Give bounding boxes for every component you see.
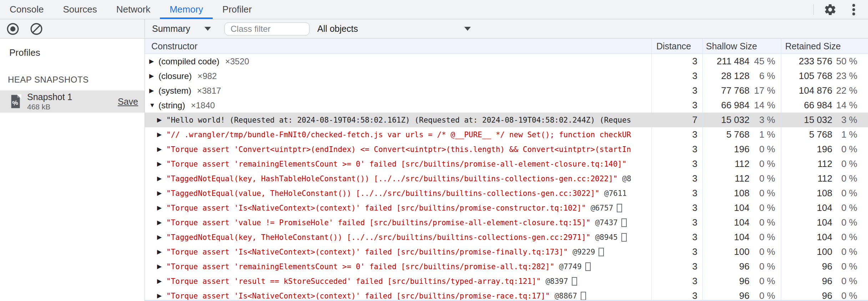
expander-icon[interactable]: ▶: [157, 131, 166, 138]
perspective-select-label: Summary: [152, 24, 190, 34]
constructor-name: (closure): [158, 71, 192, 81]
constructor-cell[interactable]: ▶ "Torque assert 'result == kStoreSucced…: [145, 277, 651, 286]
shallow-size-percent: 45 %: [750, 56, 781, 67]
column-header-constructor[interactable]: Constructor: [145, 41, 651, 51]
expander-icon[interactable]: ▶: [157, 116, 166, 124]
expander-icon[interactable]: ▶: [157, 263, 166, 270]
constructor-cell[interactable]: ▶ "Torque assert 'Is<NativeContext>(cont…: [145, 292, 651, 300]
table-row[interactable]: ▶ (system) ×3817 3 77 768 17 % 104 876 2…: [145, 83, 868, 98]
object-scope-select[interactable]: All objects: [317, 24, 471, 34]
expander-icon[interactable]: ▶: [149, 58, 158, 65]
column-header-retained-size[interactable]: Retained Size: [781, 41, 868, 51]
retained-size-percent: 0 %: [832, 217, 868, 228]
retained-size-percent: 14 %: [832, 100, 868, 111]
table-row[interactable]: ▶ "TaggedNotEqual(value, TheHoleConstant…: [145, 186, 868, 201]
table-row[interactable]: ▶ "Torque assert 'result == kStoreSucced…: [145, 274, 868, 288]
constructor-cell[interactable]: ▶ "Torque assert 'Is<NativeContext>(cont…: [145, 248, 651, 256]
constructor-cell[interactable]: ▶ "Torque assert 'Convert<uintptr>(endIn…: [145, 145, 651, 154]
retained-size-value: 96: [781, 261, 832, 272]
record-heap-snapshot-icon[interactable]: [6, 22, 20, 36]
table-row[interactable]: ▶ "Torque assert 'remainingElementsCount…: [145, 157, 868, 171]
table-row[interactable]: ▶ (closure) ×982 3 28 128 6 % 105 768 23…: [145, 69, 868, 83]
constructor-cell[interactable]: ▶ "TaggedNotEqual(value, TheHoleConstant…: [145, 189, 651, 198]
column-divider[interactable]: [781, 39, 781, 301]
table-row[interactable]: ▶ "Torque assert 'remainingElementsCount…: [145, 259, 868, 274]
expander-icon[interactable]: ▶: [157, 277, 166, 285]
table-row[interactable]: ▶ "Torque assert 'Convert<uintptr>(endIn…: [145, 142, 868, 157]
column-divider[interactable]: [702, 39, 703, 301]
constructor-cell[interactable]: ▶ "Torque assert 'remainingElementsCount…: [145, 160, 651, 168]
table-row[interactable]: ▶ "Torque assert 'Is<NativeContext>(cont…: [145, 288, 868, 301]
shallow-size-cell: 211 484 45 %: [702, 56, 781, 67]
column-divider[interactable]: [651, 39, 652, 301]
constructor-cell[interactable]: ▶ "Hello world! (Requested at: 2024-08-1…: [145, 116, 651, 124]
table-row[interactable]: ▶ "TaggedNotEqual(key, HashTableHoleCons…: [145, 171, 868, 186]
retained-size-cell: 233 576 50 %: [781, 56, 868, 67]
constructor-cell[interactable]: ▶ (system) ×3817: [145, 86, 651, 96]
retained-size-cell: 96 0 %: [781, 276, 868, 287]
constructor-cell[interactable]: ▶ "Torque assert 'remainingElementsCount…: [145, 262, 651, 271]
object-id: @6757: [591, 204, 613, 212]
expander-icon[interactable]: ▶: [157, 175, 166, 182]
tab-memory[interactable]: Memory: [160, 0, 213, 19]
instance-count: ×1840: [191, 100, 215, 110]
table-row[interactable]: ▶ "Torque assert 'Is<NativeContext>(cont…: [145, 245, 868, 259]
shallow-size-percent: 6 %: [750, 70, 781, 82]
table-row[interactable]: ▶ "Torque assert 'Is<NativeContext>(cont…: [145, 201, 868, 215]
constructor-cell[interactable]: ▶ "Torque assert 'Is<NativeContext>(cont…: [145, 204, 651, 212]
tab-sources[interactable]: Sources: [53, 0, 106, 19]
table-row[interactable]: ▶ "TaggedNotEqual(key, TheHoleConstant()…: [145, 230, 868, 245]
table-row[interactable]: ▶ "Torque assert 'value != PromiseHole' …: [145, 215, 868, 230]
shallow-size-cell: 96 0 %: [702, 261, 781, 272]
column-header-shallow-size[interactable]: Shallow Size: [702, 41, 781, 51]
constructor-cell[interactable]: ▼ (string) ×1840: [145, 100, 651, 110]
expander-icon[interactable]: ▶: [157, 204, 166, 212]
retained-size-cell: 96 0 %: [781, 290, 868, 301]
tab-console[interactable]: Console: [0, 0, 53, 19]
expander-icon[interactable]: ▼: [149, 102, 158, 109]
settings-gear-icon[interactable]: [823, 3, 837, 17]
expander-icon[interactable]: ▶: [157, 248, 166, 256]
constructor-cell[interactable]: ▶ "TaggedNotEqual(key, HashTableHoleCons…: [145, 174, 651, 183]
table-row[interactable]: ▶ "// .wrangler/tmp/bundle-FmNIt0/checke…: [145, 127, 868, 142]
table-row[interactable]: ▶ (compiled code) ×3520 3 211 484 45 % 2…: [145, 54, 868, 69]
expander-icon[interactable]: ▶: [149, 72, 158, 80]
distance-cell: 3: [651, 290, 702, 301]
more-options-kebab-icon[interactable]: [847, 3, 861, 17]
table-row[interactable]: ▼ (string) ×1840 3 66 984 14 % 66 984 14…: [145, 98, 868, 113]
expander-icon[interactable]: ▶: [157, 233, 166, 241]
constructor-cell[interactable]: ▶ (compiled code) ×3520: [145, 56, 651, 66]
tab-network[interactable]: Network: [107, 0, 160, 19]
expander-icon[interactable]: ▶: [157, 189, 166, 197]
constructor-name: "Torque assert 'remainingElementsCount >…: [166, 160, 627, 168]
retained-size-cell: 104 876 22 %: [781, 85, 868, 96]
distance-cell: 3: [651, 188, 702, 199]
class-filter-input[interactable]: [224, 23, 309, 35]
retained-size-cell: 5 768 1 %: [781, 129, 868, 140]
expander-icon[interactable]: ▶: [149, 87, 158, 94]
expander-icon[interactable]: ▶: [157, 292, 166, 300]
tab-profiler[interactable]: Profiler: [213, 0, 261, 19]
table-row[interactable]: ▶ "Hello world! (Requested at: 2024-08-1…: [145, 113, 868, 127]
sidebar-item-snapshot-1[interactable]: % Snapshot 1 468 kB Save: [0, 90, 145, 113]
shallow-size-cell: 112 0 %: [702, 158, 781, 169]
expander-icon[interactable]: ▶: [157, 219, 166, 226]
expander-icon[interactable]: ▶: [157, 160, 166, 168]
perspective-select[interactable]: Summary: [152, 24, 211, 34]
column-header-distance[interactable]: Distance: [651, 41, 702, 51]
constructor-cell[interactable]: ▶ "TaggedNotEqual(key, TheHoleConstant()…: [145, 233, 651, 242]
constructor-cell[interactable]: ▶ "// .wrangler/tmp/bundle-FmNIt0/checke…: [145, 130, 651, 139]
shallow-size-cell: 104 0 %: [702, 202, 781, 213]
instance-count: ×3520: [225, 56, 249, 66]
expander-icon[interactable]: ▶: [157, 145, 166, 153]
save-snapshot-link[interactable]: Save: [118, 97, 138, 107]
retained-size-percent: 0 %: [832, 290, 868, 301]
retained-size-cell: 100 0 %: [781, 246, 868, 257]
instance-count: ×982: [197, 71, 217, 81]
grid-body: ▶ (compiled code) ×3520 3 211 484 45 % 2…: [145, 54, 868, 301]
clear-profiles-icon[interactable]: [29, 22, 44, 36]
constructor-cell[interactable]: ▶ "Torque assert 'value != PromiseHole' …: [145, 218, 651, 227]
retained-size-percent: 0 %: [832, 232, 868, 243]
constructor-cell[interactable]: ▶ (closure) ×982: [145, 71, 651, 81]
shallow-size-value: 15 032: [702, 114, 750, 125]
